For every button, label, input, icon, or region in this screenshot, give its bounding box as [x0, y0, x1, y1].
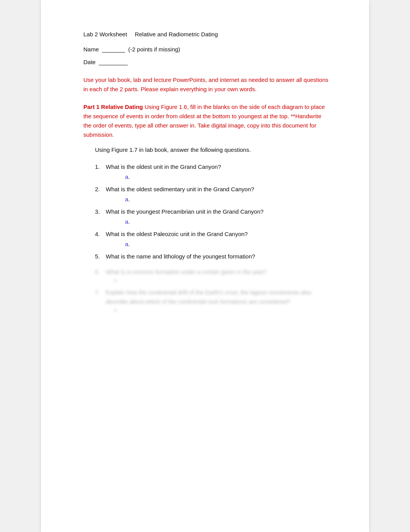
name-line: Name (-2 points if missing): [83, 46, 330, 53]
q7-num: 7.: [95, 288, 100, 297]
q3-text: What is the youngest Precambrian unit in…: [106, 208, 264, 215]
document-page: Lab 2 Worksheet Relative and Radiometric…: [41, 0, 369, 532]
q1-num: 1.: [95, 162, 100, 172]
instructions-text: Use your lab book, lab and lecture Power…: [83, 75, 330, 94]
part1-heading: Part 1 Relative Dating Using Figure 1.6,…: [83, 102, 330, 139]
question-4: 4. What is the oldest Paleozoic unit in …: [95, 229, 330, 249]
q3-answer: a.: [125, 217, 330, 226]
q7-blurred: 7. Explain how the continental drift of …: [95, 288, 330, 306]
q2-text: What is the oldest sedimentary unit in t…: [106, 186, 254, 192]
date-line: Date: [83, 59, 330, 65]
q6-blurred: 6. What is a common formation under a ce…: [95, 267, 330, 277]
document-title: Relative and Radiometric Dating: [135, 31, 218, 37]
name-blank: [102, 52, 125, 53]
q1-answer: a.: [125, 172, 330, 182]
q5-num: 5.: [95, 252, 100, 261]
q4-answer: a.: [125, 240, 330, 249]
name-note: (-2 points if missing): [128, 46, 180, 53]
q6-text: What is a common formation under a certa…: [106, 269, 267, 275]
part1-label: Part 1 Relative Dating: [83, 104, 143, 110]
q2-num: 2.: [95, 185, 100, 194]
q7-text: Explain how the continental drift of the…: [106, 289, 311, 305]
question-1: 1. What is the oldest unit in the Grand …: [95, 162, 330, 182]
q2-answer: a.: [125, 195, 330, 204]
q7-answer: *: [114, 308, 330, 314]
question-5: 5. What is the name and lithology of the…: [95, 252, 330, 261]
question-3: 3. What is the youngest Precambrian unit…: [95, 207, 330, 226]
blurred-section-7: 7. Explain how the continental drift of …: [83, 288, 330, 314]
q6-num: 6.: [95, 267, 100, 277]
name-label: Name: [83, 46, 99, 53]
document-header: Lab 2 Worksheet Relative and Radiometric…: [83, 31, 330, 37]
q1-text: What is the oldest unit in the Grand Can…: [106, 163, 221, 170]
q6-answer: *: [114, 278, 330, 285]
date-label: Date: [83, 59, 96, 65]
q5-text: What is the name and lithology of the yo…: [106, 253, 255, 260]
q4-num: 4.: [95, 229, 100, 239]
q3-num: 3.: [95, 207, 100, 216]
figure-instruction: Using Figure 1.7 in lab book, answer the…: [95, 146, 330, 155]
date-blank: [99, 65, 128, 65]
question-2: 2. What is the oldest sedimentary unit i…: [95, 185, 330, 204]
questions-list: 1. What is the oldest unit in the Grand …: [95, 162, 330, 261]
lab-label: Lab 2 Worksheet: [83, 31, 127, 37]
blurred-section-6: 6. What is a common formation under a ce…: [83, 267, 330, 285]
q4-text: What is the oldest Paleozoic unit in the…: [106, 231, 248, 237]
